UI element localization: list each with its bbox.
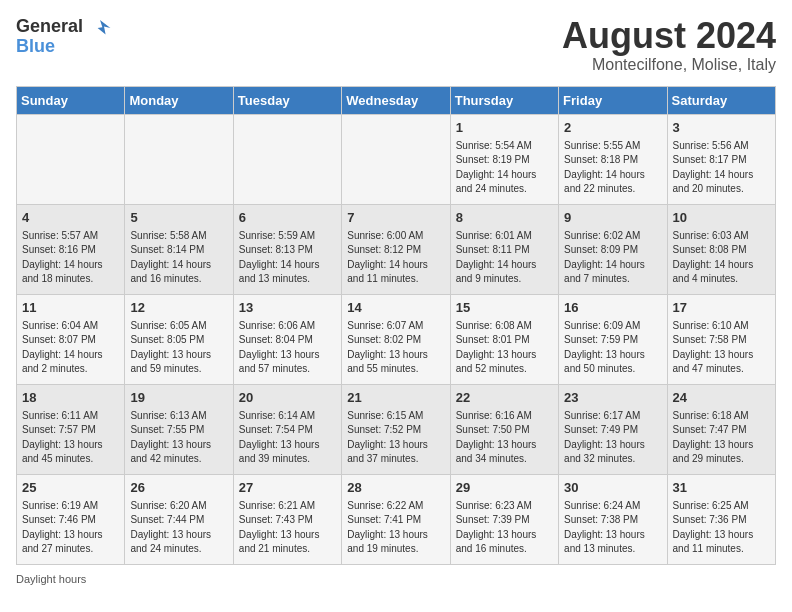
calendar-cell: 10Sunrise: 6:03 AM Sunset: 8:08 PM Dayli… [667,204,775,294]
calendar-week-row: 1Sunrise: 5:54 AM Sunset: 8:19 PM Daylig… [17,114,776,204]
day-number: 3 [673,119,770,137]
day-number: 19 [130,389,227,407]
calendar-cell: 11Sunrise: 6:04 AM Sunset: 8:07 PM Dayli… [17,294,125,384]
svg-marker-0 [97,20,110,34]
day-info: Sunrise: 6:07 AM Sunset: 8:02 PM Dayligh… [347,319,444,377]
calendar-cell [125,114,233,204]
day-info: Sunrise: 6:23 AM Sunset: 7:39 PM Dayligh… [456,499,553,557]
calendar-cell: 17Sunrise: 6:10 AM Sunset: 7:58 PM Dayli… [667,294,775,384]
calendar-cell: 25Sunrise: 6:19 AM Sunset: 7:46 PM Dayli… [17,474,125,564]
day-number: 28 [347,479,444,497]
calendar-week-row: 18Sunrise: 6:11 AM Sunset: 7:57 PM Dayli… [17,384,776,474]
day-info: Sunrise: 6:05 AM Sunset: 8:05 PM Dayligh… [130,319,227,377]
days-of-week-row: SundayMondayTuesdayWednesdayThursdayFrid… [17,86,776,114]
calendar-cell: 12Sunrise: 6:05 AM Sunset: 8:05 PM Dayli… [125,294,233,384]
day-number: 15 [456,299,553,317]
day-number: 4 [22,209,119,227]
calendar-cell: 31Sunrise: 6:25 AM Sunset: 7:36 PM Dayli… [667,474,775,564]
day-number: 9 [564,209,661,227]
calendar-cell: 21Sunrise: 6:15 AM Sunset: 7:52 PM Dayli… [342,384,450,474]
day-info: Sunrise: 6:03 AM Sunset: 8:08 PM Dayligh… [673,229,770,287]
page-header: General Blue August 2024 Montecilfone, M… [16,16,776,74]
day-info: Sunrise: 6:09 AM Sunset: 7:59 PM Dayligh… [564,319,661,377]
day-number: 24 [673,389,770,407]
calendar-cell: 23Sunrise: 6:17 AM Sunset: 7:49 PM Dayli… [559,384,667,474]
calendar-cell: 15Sunrise: 6:08 AM Sunset: 8:01 PM Dayli… [450,294,558,384]
day-info: Sunrise: 5:58 AM Sunset: 8:14 PM Dayligh… [130,229,227,287]
day-info: Sunrise: 6:17 AM Sunset: 7:49 PM Dayligh… [564,409,661,467]
calendar-cell: 27Sunrise: 6:21 AM Sunset: 7:43 PM Dayli… [233,474,341,564]
day-number: 13 [239,299,336,317]
day-number: 7 [347,209,444,227]
calendar-cell: 5Sunrise: 5:58 AM Sunset: 8:14 PM Daylig… [125,204,233,294]
day-of-week-header: Wednesday [342,86,450,114]
day-info: Sunrise: 6:18 AM Sunset: 7:47 PM Dayligh… [673,409,770,467]
calendar-cell [17,114,125,204]
day-info: Sunrise: 6:10 AM Sunset: 7:58 PM Dayligh… [673,319,770,377]
logo-bird-icon [88,16,112,40]
calendar-cell: 26Sunrise: 6:20 AM Sunset: 7:44 PM Dayli… [125,474,233,564]
day-number: 23 [564,389,661,407]
day-number: 10 [673,209,770,227]
day-number: 30 [564,479,661,497]
calendar-cell: 30Sunrise: 6:24 AM Sunset: 7:38 PM Dayli… [559,474,667,564]
calendar-cell: 14Sunrise: 6:07 AM Sunset: 8:02 PM Dayli… [342,294,450,384]
day-info: Sunrise: 5:57 AM Sunset: 8:16 PM Dayligh… [22,229,119,287]
calendar-cell: 13Sunrise: 6:06 AM Sunset: 8:04 PM Dayli… [233,294,341,384]
day-number: 8 [456,209,553,227]
calendar-table: SundayMondayTuesdayWednesdayThursdayFrid… [16,86,776,565]
day-info: Sunrise: 6:06 AM Sunset: 8:04 PM Dayligh… [239,319,336,377]
day-number: 22 [456,389,553,407]
day-number: 2 [564,119,661,137]
day-number: 20 [239,389,336,407]
title-block: August 2024 Montecilfone, Molise, Italy [562,16,776,74]
day-number: 21 [347,389,444,407]
day-info: Sunrise: 6:24 AM Sunset: 7:38 PM Dayligh… [564,499,661,557]
calendar-cell: 19Sunrise: 6:13 AM Sunset: 7:55 PM Dayli… [125,384,233,474]
calendar-cell: 3Sunrise: 5:56 AM Sunset: 8:17 PM Daylig… [667,114,775,204]
calendar-cell: 7Sunrise: 6:00 AM Sunset: 8:12 PM Daylig… [342,204,450,294]
day-number: 11 [22,299,119,317]
day-number: 16 [564,299,661,317]
calendar-cell: 20Sunrise: 6:14 AM Sunset: 7:54 PM Dayli… [233,384,341,474]
day-of-week-header: Saturday [667,86,775,114]
calendar-cell: 9Sunrise: 6:02 AM Sunset: 8:09 PM Daylig… [559,204,667,294]
day-info: Sunrise: 6:00 AM Sunset: 8:12 PM Dayligh… [347,229,444,287]
day-number: 26 [130,479,227,497]
day-info: Sunrise: 6:02 AM Sunset: 8:09 PM Dayligh… [564,229,661,287]
day-info: Sunrise: 5:55 AM Sunset: 8:18 PM Dayligh… [564,139,661,197]
calendar-cell: 1Sunrise: 5:54 AM Sunset: 8:19 PM Daylig… [450,114,558,204]
page-subtitle: Montecilfone, Molise, Italy [562,56,776,74]
day-of-week-header: Sunday [17,86,125,114]
page-title: August 2024 [562,16,776,56]
calendar-cell: 22Sunrise: 6:16 AM Sunset: 7:50 PM Dayli… [450,384,558,474]
day-info: Sunrise: 5:56 AM Sunset: 8:17 PM Dayligh… [673,139,770,197]
day-number: 6 [239,209,336,227]
calendar-cell: 6Sunrise: 5:59 AM Sunset: 8:13 PM Daylig… [233,204,341,294]
calendar-cell: 16Sunrise: 6:09 AM Sunset: 7:59 PM Dayli… [559,294,667,384]
day-number: 1 [456,119,553,137]
day-of-week-header: Tuesday [233,86,341,114]
day-info: Sunrise: 6:19 AM Sunset: 7:46 PM Dayligh… [22,499,119,557]
calendar-week-row: 11Sunrise: 6:04 AM Sunset: 8:07 PM Dayli… [17,294,776,384]
day-number: 17 [673,299,770,317]
calendar-body: 1Sunrise: 5:54 AM Sunset: 8:19 PM Daylig… [17,114,776,564]
day-info: Sunrise: 6:11 AM Sunset: 7:57 PM Dayligh… [22,409,119,467]
calendar-cell: 8Sunrise: 6:01 AM Sunset: 8:11 PM Daylig… [450,204,558,294]
day-info: Sunrise: 6:04 AM Sunset: 8:07 PM Dayligh… [22,319,119,377]
day-info: Sunrise: 6:25 AM Sunset: 7:36 PM Dayligh… [673,499,770,557]
day-info: Sunrise: 6:08 AM Sunset: 8:01 PM Dayligh… [456,319,553,377]
day-number: 29 [456,479,553,497]
day-info: Sunrise: 6:22 AM Sunset: 7:41 PM Dayligh… [347,499,444,557]
calendar-week-row: 4Sunrise: 5:57 AM Sunset: 8:16 PM Daylig… [17,204,776,294]
day-info: Sunrise: 5:59 AM Sunset: 8:13 PM Dayligh… [239,229,336,287]
day-number: 12 [130,299,227,317]
calendar-cell: 4Sunrise: 5:57 AM Sunset: 8:16 PM Daylig… [17,204,125,294]
day-info: Sunrise: 6:21 AM Sunset: 7:43 PM Dayligh… [239,499,336,557]
calendar-cell: 28Sunrise: 6:22 AM Sunset: 7:41 PM Dayli… [342,474,450,564]
calendar-cell: 24Sunrise: 6:18 AM Sunset: 7:47 PM Dayli… [667,384,775,474]
calendar-cell: 18Sunrise: 6:11 AM Sunset: 7:57 PM Dayli… [17,384,125,474]
day-of-week-header: Monday [125,86,233,114]
day-of-week-header: Thursday [450,86,558,114]
day-info: Sunrise: 5:54 AM Sunset: 8:19 PM Dayligh… [456,139,553,197]
